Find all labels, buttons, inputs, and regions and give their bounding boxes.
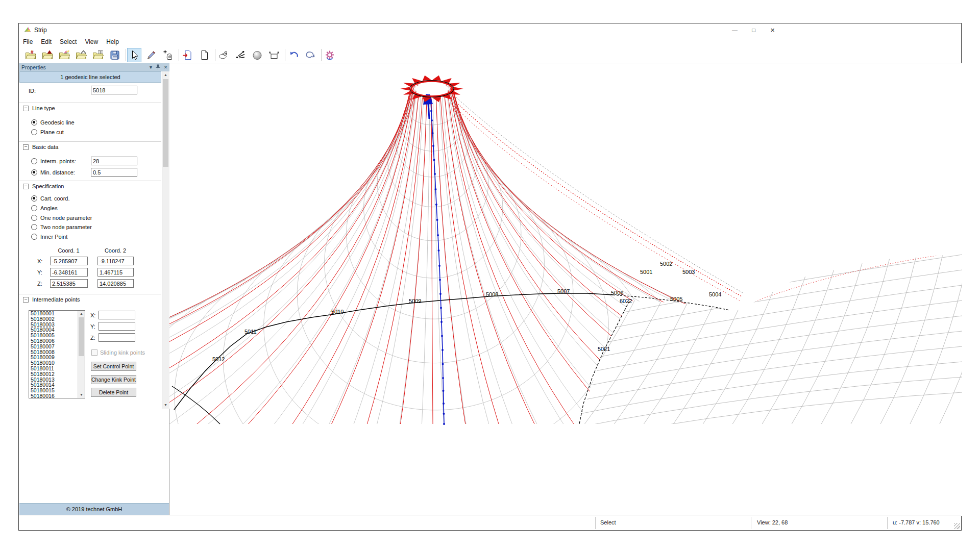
node-label: 5008 [486,291,498,297]
node-label: 6022 [620,298,632,304]
radio-inner-point[interactable] [31,234,37,240]
menu-item-view[interactable]: View [81,37,102,45]
collapse-icon[interactable]: – [23,184,29,189]
node-label: 5002 [660,261,672,267]
coord2-header: Coord. 2 [97,247,133,254]
scroll-up-icon[interactable]: ▲ [162,72,169,78]
min-distance-input[interactable] [91,168,137,177]
drawing-canvas[interactable]: 5010500950085007500660225001500250035005… [169,63,962,516]
scroll-up-icon[interactable]: ▲ [78,311,85,317]
open-roof-button[interactable] [74,48,88,62]
minimize-button[interactable]: — [725,23,744,37]
open-geometry-button[interactable]: # [23,48,38,62]
point-x-input[interactable] [99,311,135,319]
radio-interm-points[interactable] [31,158,37,164]
coord1-header: Coord. 1 [50,247,87,254]
hand-plus-icon [162,49,174,61]
radio-one-node[interactable] [31,215,37,221]
node-label: 5006 [611,290,623,296]
list-scrollbar[interactable]: ▲ ▼ [78,311,85,398]
zoom-window-button[interactable] [267,48,281,62]
gear-icon [324,49,335,61]
section-intermediate-points: Intermediate points [32,296,80,303]
list-item[interactable]: 50180016 [29,393,85,398]
coord1-z-input[interactable] [50,279,88,288]
redo-button[interactable] [303,48,317,62]
radio-geodesic-line[interactable] [31,119,37,126]
set-control-point-button[interactable]: Set Control Point [91,362,136,371]
drawing-svg[interactable]: 5010500950085007500660225001500250035005… [169,63,962,516]
change-kink-point-button[interactable]: Change Kink Point [91,375,136,384]
add-point-button[interactable] [161,48,175,62]
intermediate-points-list[interactable]: 5018000150180002501800035018000450180005… [29,310,85,398]
chevron-down-icon[interactable]: ▼ [148,64,154,70]
radio-interm-points-label: Interm. points: [40,158,76,164]
radio-plane-cut-label: Plane cut [40,129,64,135]
radio-angles-label: Angles [40,205,58,211]
zoom-extents-button[interactable] [233,48,248,62]
id-input[interactable] [91,86,137,94]
coord1-y-input[interactable] [50,268,88,277]
open-pattern-button[interactable] [91,48,105,62]
list-item[interactable]: 50180007 [29,344,85,349]
scroll-down-icon[interactable]: ▼ [78,392,85,398]
select-button[interactable] [127,48,141,62]
radio-two-node[interactable] [31,224,37,230]
interm-points-input[interactable] [91,157,137,165]
zoom-sphere-button[interactable] [250,48,264,62]
open-mesh-button[interactable] [40,48,55,62]
coord1-x-input[interactable] [50,257,88,265]
list-item[interactable]: 50180012 [29,371,85,377]
point-z-input[interactable] [99,333,135,342]
menu-item-help[interactable]: Help [102,37,123,45]
export-page-button[interactable] [180,48,194,62]
open-strip-button[interactable] [57,48,71,62]
radio-plane-cut[interactable] [31,129,37,135]
delete-point-button[interactable]: Delete Point [91,388,136,397]
scroll-down-icon[interactable]: ▼ [162,402,169,408]
scroll-thumb[interactable] [79,317,84,356]
list-item[interactable]: 50180002 [29,316,85,322]
properties-panel: Properties ▼ ✕ 1 geodesic line selected … [19,63,169,515]
coord2-y-input[interactable] [97,268,134,277]
settings-button[interactable] [323,48,337,62]
collapse-icon[interactable]: – [23,297,29,303]
toolbar-separator [126,49,126,61]
panel-title-bar[interactable]: Properties ▼ ✕ [19,63,169,71]
menu-item-select[interactable]: Select [56,37,81,45]
resize-grip-icon[interactable] [954,523,960,529]
radio-cart-coord[interactable] [31,195,37,202]
panel-scrollbar[interactable]: ▲ ▼ [162,71,169,409]
folder-hash-icon: # [25,49,36,61]
collapse-icon[interactable]: – [23,144,29,150]
coord2-z-input[interactable] [97,279,134,288]
menu-item-edit[interactable]: Edit [37,37,56,45]
title-bar[interactable]: Strip — □ ✕ [19,23,961,37]
collapse-icon[interactable]: – [23,106,29,111]
id-label: ID: [29,88,36,94]
coord2-x-input[interactable] [97,257,134,265]
blank-page-button[interactable] [197,48,211,62]
y-row-label: Y: [37,269,42,276]
sliding-kink-checkbox[interactable] [91,349,97,356]
selection-header: 1 geodesic line selected [19,71,161,83]
toolbar-separator [215,49,215,61]
pin-icon[interactable] [155,64,161,70]
radio-angles[interactable] [31,205,37,211]
pan-orbit-button[interactable] [216,48,231,62]
orbit-hand-icon [218,49,229,61]
close-panel-icon[interactable]: ✕ [162,64,169,70]
undo-button[interactable] [286,48,301,62]
save-button[interactable] [108,48,122,62]
close-button[interactable]: ✕ [763,23,782,37]
radio-min-distance[interactable] [31,169,37,176]
panel-title: Properties [21,64,46,70]
maximize-button[interactable]: □ [744,23,763,37]
point-y-input[interactable] [99,322,135,331]
app-logo-icon [23,26,32,34]
point-z-label: Z: [90,335,95,341]
node-label: 5012 [212,356,225,362]
scroll-thumb[interactable] [163,79,168,167]
draw-button[interactable] [144,48,158,62]
menu-item-file[interactable]: File [19,37,37,45]
